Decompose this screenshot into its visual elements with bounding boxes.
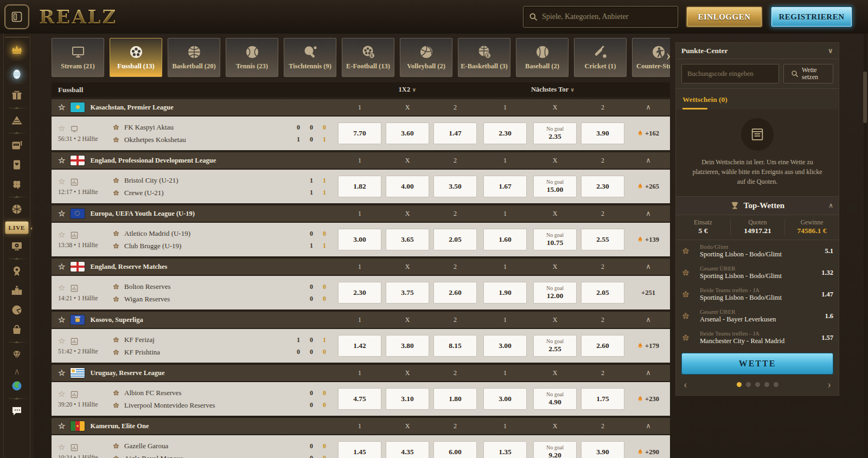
- register-button[interactable]: REGISTRIEREN: [770, 6, 853, 28]
- top-bet-item[interactable]: Beide Teams treffen - JAManchester City …: [676, 327, 839, 349]
- punkte-center-header[interactable]: Punkte-Center ∨: [676, 43, 839, 59]
- boost-odds[interactable]: +251: [627, 289, 670, 297]
- betslip-tab[interactable]: Wettschein (0): [676, 89, 839, 109]
- sidebar-item-casino-crown[interactable]: [5, 37, 29, 61]
- odds-button-1[interactable]: 3.00: [338, 229, 381, 250]
- favorite-star-icon[interactable]: ☆: [58, 337, 65, 345]
- odds-button-1[interactable]: 7.70: [338, 122, 381, 144]
- odds-button-x[interactable]: 3.80: [386, 335, 429, 357]
- global-search[interactable]: [523, 6, 678, 28]
- odds-button-ng-2[interactable]: 2.60: [581, 335, 624, 357]
- tab-tischtennis[interactable]: Tischtennis (9): [284, 38, 336, 77]
- boost-odds[interactable]: +179: [627, 342, 670, 350]
- odds-button-no-goal[interactable]: No goal2.35: [533, 122, 577, 144]
- pager-dot[interactable]: [737, 382, 742, 387]
- odds-button-no-goal[interactable]: No goal4.90: [533, 388, 577, 410]
- odds-button-2[interactable]: 3.50: [433, 176, 477, 197]
- odds-button-ng-1[interactable]: 1.35: [483, 441, 527, 458]
- league-header[interactable]: ☆ Kasachstan, Premier League 1X21X2 ∧: [52, 99, 670, 115]
- odds-button-no-goal[interactable]: No goal10.75: [533, 229, 577, 250]
- odds-button-no-goal[interactable]: No goal9.20: [533, 441, 577, 458]
- league-header[interactable]: ☆ Uruguay, Reserve League 1X21X2 ∧: [52, 365, 670, 381]
- boost-odds[interactable]: +230: [627, 395, 670, 403]
- boost-odds[interactable]: +139: [627, 236, 670, 244]
- odds-button-ng-1[interactable]: 3.00: [483, 388, 527, 410]
- top-bet-item[interactable]: Beide Teams treffen - JASporting Lisbon …: [676, 283, 839, 305]
- collapse-icon[interactable]: ∧: [828, 202, 833, 210]
- sidebar-item-language[interactable]: [5, 377, 29, 395]
- sidebar-item-leaderboard[interactable]: [5, 282, 29, 299]
- search-input[interactable]: [542, 12, 672, 21]
- collapse-icon[interactable]: ∧: [627, 369, 670, 377]
- pager-dot[interactable]: [755, 382, 760, 387]
- odds-button-1[interactable]: 1.45: [338, 441, 381, 458]
- odds-button-ng-2[interactable]: 3.90: [581, 122, 624, 144]
- favorite-star-icon[interactable]: ☆: [58, 104, 65, 112]
- pager-next-icon[interactable]: ›: [827, 379, 831, 390]
- page-scrollbar[interactable]: [864, 34, 867, 458]
- market-select-next-goal[interactable]: Nächstes Tor ∨: [479, 86, 627, 94]
- match-row[interactable]: ☆ 39:20 • 1 Hälfte Albion FC Reserves Li…: [52, 382, 670, 416]
- sidebar-item-promotions[interactable]: [5, 87, 29, 104]
- favorite-star-icon[interactable]: ☆: [58, 316, 65, 324]
- tab-stream[interactable]: Stream (21): [52, 38, 104, 77]
- match-row[interactable]: ☆ 14:21 • 1 Hälfte Bolton Reserves Wigan…: [52, 276, 670, 309]
- sidebar-item-cards[interactable]: [5, 156, 29, 173]
- odds-button-ng-2[interactable]: 2.05: [581, 282, 624, 304]
- favorite-star-icon[interactable]: ☆: [58, 210, 65, 218]
- boost-odds[interactable]: +290: [627, 448, 670, 456]
- favorite-star-icon[interactable]: ☆: [58, 157, 65, 165]
- league-header[interactable]: ☆ Kamerun, Elite One 1X21X2 ∧: [52, 418, 670, 434]
- collapse-icon[interactable]: ∧: [627, 315, 670, 324]
- sidebar-collapse-icon[interactable]: ∧: [14, 367, 20, 376]
- tab-cricket[interactable]: Cricket (1): [574, 38, 627, 77]
- favorite-star-icon[interactable]: ☆: [58, 178, 65, 186]
- collapse-icon[interactable]: ∧: [627, 156, 670, 165]
- favorite-star-icon[interactable]: ☆: [58, 263, 65, 271]
- pager-prev-icon[interactable]: ‹: [684, 379, 687, 390]
- market-select-1x2[interactable]: 1X2 ∨: [336, 86, 479, 94]
- sidebar-item-sports[interactable]: [5, 201, 29, 218]
- collapse-icon[interactable]: ∧: [627, 209, 670, 218]
- sidebar-item-shop[interactable]: [5, 321, 29, 338]
- favorite-star-icon[interactable]: ☆: [58, 231, 65, 239]
- sidebar-toggle-button[interactable]: [4, 4, 29, 29]
- odds-button-2[interactable]: 8.15: [433, 335, 477, 357]
- odds-button-ng-2[interactable]: 3.90: [581, 441, 624, 458]
- odds-button-ng-2[interactable]: 1.75: [581, 388, 624, 410]
- odds-button-x[interactable]: 4.00: [386, 176, 429, 197]
- odds-button-ng-2[interactable]: 2.30: [581, 176, 624, 197]
- sidebar-item-egg[interactable]: [5, 63, 29, 85]
- sidebar-item-awards[interactable]: [5, 262, 29, 280]
- tab-tennis[interactable]: Tennis (23): [226, 38, 278, 77]
- match-row[interactable]: ☆ 56:31 • 2 Hälfte FK Kaspyi Aktau Okzhe…: [52, 117, 670, 150]
- league-header[interactable]: ☆ Europa, UEFA Youth League (U-19) 1X21X…: [52, 205, 670, 222]
- tabs-scroll-right-icon[interactable]: ›: [666, 47, 670, 63]
- odds-button-2[interactable]: 6.00: [433, 441, 477, 458]
- boost-odds[interactable]: +162: [627, 130, 670, 138]
- tab-counter-strike[interactable]: Counter-Strike: [632, 38, 670, 77]
- match-row[interactable]: ☆ 12:17 • 1 Hälfte Bristol City (U-21) C…: [52, 170, 670, 203]
- sidebar-item-lucky[interactable]: [5, 176, 29, 193]
- sidebar-item-live-tv[interactable]: [5, 237, 29, 255]
- odds-button-1[interactable]: 2.30: [338, 282, 381, 304]
- sidebar-item-vip[interactable]: [5, 346, 29, 363]
- favorite-star-icon[interactable]: ☆: [58, 443, 65, 451]
- tab-volleyball[interactable]: Volleyball (2): [400, 38, 452, 77]
- favorite-star-icon[interactable]: ☆: [58, 369, 65, 377]
- odds-button-ng-1[interactable]: 2.30: [483, 122, 527, 144]
- odds-button-x[interactable]: 4.35: [386, 441, 429, 458]
- odds-button-1[interactable]: 4.75: [338, 388, 381, 410]
- odds-button-x[interactable]: 3.65: [386, 229, 429, 250]
- match-row[interactable]: ☆ 10:34 • 1 Hälfte Gazelle Garoua Aigle …: [52, 435, 670, 458]
- odds-button-ng-1[interactable]: 1.67: [483, 176, 527, 197]
- odds-button-x[interactable]: 3.60: [386, 122, 429, 144]
- top-bet-item[interactable]: Bodo/GlimtSporting Lisbon - Bodo/Glimt 5…: [676, 240, 839, 262]
- tab-baseball[interactable]: Baseball (2): [516, 38, 569, 77]
- odds-button-2[interactable]: 2.60: [433, 282, 477, 304]
- sidebar-item-pyramid[interactable]: [5, 112, 29, 129]
- favorite-star-icon[interactable]: ☆: [58, 125, 65, 133]
- favorite-star-icon[interactable]: ☆: [58, 390, 65, 398]
- match-row[interactable]: ☆ 13:38 • 1 Hälfte Atletico Madrid (U-19…: [52, 223, 670, 256]
- tab-basketball[interactable]: Basketball (20): [168, 38, 220, 77]
